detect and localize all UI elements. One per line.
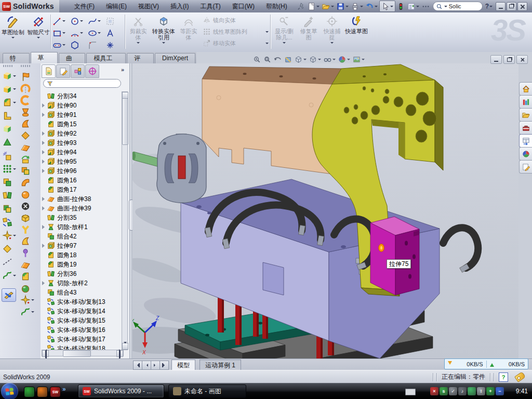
mid-surface-icon[interactable]: [20, 260, 31, 270]
ribbon-tab-草图[interactable]: 草图: [31, 52, 58, 63]
sketch-entity-trim-box[interactable]: [105, 15, 122, 27]
tree-item-实体-移动/复制15[interactable]: 实体-移动/复制15: [42, 316, 121, 325]
tree-vertical-scrollbar[interactable]: [122, 91, 128, 350]
toolbar-button-转换实体引用[interactable]: 转换实体引用: [151, 14, 176, 52]
point-tool-icon[interactable]: [20, 295, 35, 305]
wizard-icon[interactable]: [2, 151, 12, 161]
sketch-entity-line[interactable]: [52, 15, 69, 27]
tree-item-拉伸94[interactable]: 拉伸94: [42, 148, 121, 157]
tree-item-切除-放样1[interactable]: 切除-放样1: [42, 222, 121, 232]
tree-item-圆角15[interactable]: 圆角15: [42, 119, 121, 129]
revolve-icon[interactable]: [20, 72, 31, 82]
section-view-icon[interactable]: [284, 55, 292, 64]
task-list-icon[interactable]: [406, 1, 420, 11]
toolbar-button-等距实体[interactable]: 等距实体: [178, 14, 200, 52]
manager-tab-property-manager[interactable]: [56, 64, 70, 78]
pin-icon[interactable]: [296, 1, 306, 11]
graphics-viewport[interactable]: Y Z X: [132, 63, 518, 358]
combine-bodies-icon[interactable]: [2, 177, 12, 188]
task-pane-tab-custom-properties[interactable]: [519, 160, 532, 174]
tree-item-拉伸90[interactable]: 拉伸90: [42, 101, 121, 110]
pattern-icon[interactable]: [2, 164, 17, 174]
shell-open-icon[interactable]: [20, 224, 31, 235]
tree-item-圆角19[interactable]: 圆角19: [42, 260, 121, 269]
sketch-entity-point[interactable]: [105, 39, 122, 51]
tree-horizontal-scrollbar[interactable]: [42, 350, 124, 356]
ribbon-tab-DimXpert[interactable]: DimXpert: [155, 53, 195, 63]
shell-icon[interactable]: [2, 124, 12, 134]
bend-icon[interactable]: [20, 177, 31, 188]
quick-tips-button[interactable]: ?: [499, 373, 508, 382]
tag-icon[interactable]: [514, 371, 526, 382]
task-pane-tab-appearances[interactable]: [519, 147, 532, 161]
helix-icon[interactable]: [20, 154, 31, 164]
menu-item-0[interactable]: 文件(F): [69, 2, 100, 11]
ribbon-tab-曲面[interactable]: 曲面: [59, 53, 86, 63]
options-icon[interactable]: [421, 1, 431, 11]
draft-icon[interactable]: [2, 137, 12, 148]
edit-appearance-icon[interactable]: [338, 55, 351, 64]
antivirus-icon[interactable]: s: [440, 387, 448, 395]
doc-minimize-button[interactable]: [490, 55, 502, 64]
sketch-entity-text[interactable]: [105, 27, 122, 39]
menu-item-3[interactable]: 插入(I): [165, 2, 194, 11]
boundary-icon[interactable]: [20, 130, 31, 141]
fillet-surface-icon[interactable]: [20, 271, 31, 282]
tree-item-分割35[interactable]: 分割35: [42, 213, 121, 222]
tree-item-实体-移动/复制13[interactable]: 实体-移动/复制13: [42, 297, 121, 307]
solidworks-quick-icon[interactable]: SW: [50, 387, 61, 397]
doc-close-button[interactable]: [516, 55, 528, 64]
split-body-icon[interactable]: [2, 190, 12, 201]
toolbar-button-镜向实体[interactable]: 镜向实体: [203, 15, 269, 26]
zoom-area-icon[interactable]: [263, 55, 272, 64]
tree-item-曲面-拉伸39[interactable]: 曲面-拉伸39: [42, 204, 121, 213]
tree-item-圆角17[interactable]: 圆角17: [42, 185, 121, 194]
print-icon[interactable]: [350, 1, 364, 11]
open-icon[interactable]: [321, 1, 335, 11]
extrude-boss-icon[interactable]: [2, 71, 17, 81]
updater-icon[interactable]: −: [496, 387, 504, 395]
model-tab-模型[interactable]: 模型: [171, 360, 195, 370]
quick-launch-more-icon[interactable]: »: [62, 385, 66, 393]
sketch-entity-slot[interactable]: [52, 39, 69, 51]
curve-icon[interactable]: [2, 270, 17, 281]
task-pane-tab-resources[interactable]: [519, 82, 532, 96]
tree-filter-input[interactable]: [43, 79, 121, 88]
model-nav-first-button[interactable]: [133, 361, 142, 370]
menu-item-5[interactable]: 窗口(W): [227, 2, 260, 11]
reference-point-icon[interactable]: [2, 230, 17, 241]
join-icon[interactable]: [2, 204, 12, 214]
manager-tab-dimxpert-manager[interactable]: [85, 64, 99, 78]
tree-item-实体-移动/复制17[interactable]: 实体-移动/复制17: [42, 335, 121, 344]
sketch-entity-spline[interactable]: [88, 15, 104, 27]
tree-item-实体-移动/复制14[interactable]: 实体-移动/复制14: [42, 307, 121, 316]
undo-icon[interactable]: [365, 1, 379, 11]
loft-icon[interactable]: [20, 107, 31, 117]
restore-button[interactable]: [507, 2, 516, 11]
tree-item-拉伸95[interactable]: 拉伸95: [42, 157, 121, 166]
thicken-icon[interactable]: [20, 166, 31, 176]
flex-icon[interactable]: [20, 118, 31, 129]
tree-item-分割34[interactable]: 分割34: [42, 91, 121, 101]
apply-scene-icon[interactable]: [352, 55, 365, 64]
ribbon-tab-特征[interactable]: 特征: [3, 53, 30, 63]
manager-tab-configuration-manager[interactable]: [71, 64, 85, 78]
twist-icon[interactable]: [20, 236, 31, 246]
fillet-feature-icon[interactable]: [2, 97, 17, 108]
toolbar-button-草图绘制[interactable]: 草图绘制: [1, 14, 25, 52]
sketch-active-button[interactable]: [2, 288, 16, 302]
save-icon[interactable]: [336, 1, 350, 11]
keyboard-tray-icon[interactable]: [405, 389, 416, 395]
reference-plane-icon[interactable]: [2, 244, 12, 254]
tree-item-切除-放样2[interactable]: 切除-放样2: [42, 278, 121, 288]
tree-item-组合43[interactable]: 组合43: [42, 288, 121, 297]
move-copy-body-icon[interactable]: [2, 217, 12, 228]
help-button[interactable]: ?: [485, 1, 494, 11]
security-alert-icon[interactable]: ×: [430, 387, 438, 395]
tree-item-拉伸97[interactable]: 拉伸97: [42, 241, 121, 250]
task-pane-tab-toolbox[interactable]: [519, 121, 532, 135]
sweep-icon[interactable]: [20, 95, 31, 105]
select-arrow-icon[interactable]: [379, 1, 395, 12]
toolbar-button-剪裁实体[interactable]: 剪裁实体: [127, 14, 149, 52]
volume-icon[interactable]: ♪: [458, 387, 467, 395]
